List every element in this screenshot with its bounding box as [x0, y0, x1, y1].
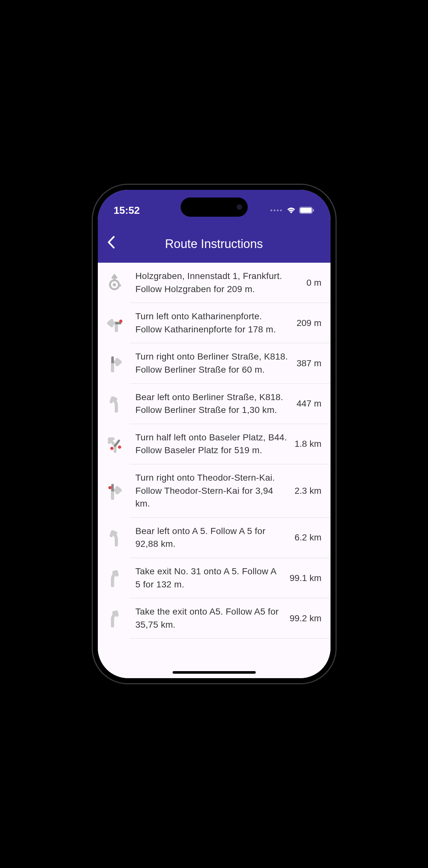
instruction-distance: 2.3 km	[295, 486, 321, 496]
instruction-row[interactable]: Holzgraben, Innenstadt 1, Frankfurt. Fol…	[130, 263, 331, 303]
instruction-row[interactable]: Bear left onto A 5. Follow A 5 for 92,88…	[130, 518, 331, 558]
instruction-row[interactable]: Take exit No. 31 onto A 5. Follow A 5 fo…	[130, 558, 331, 598]
page-title: Route Instructions	[104, 237, 324, 251]
back-button[interactable]	[107, 236, 115, 252]
nav-bar: Route Instructions	[98, 225, 331, 263]
dynamic-island	[181, 197, 248, 217]
instruction-text: Holzgraben, Innenstadt 1, Frankfurt. Fol…	[135, 270, 307, 296]
battery-icon	[299, 207, 314, 214]
cellular-dots-icon: ••••	[270, 207, 283, 214]
instruction-distance: 99.2 km	[289, 613, 322, 623]
turn-left-icon	[104, 313, 125, 333]
instruction-distance: 387 m	[297, 358, 322, 369]
instruction-row[interactable]: Turn right onto Berliner Straße, K818. F…	[130, 343, 331, 383]
instruction-text: Turn left onto Katharinenpforte. Follow …	[135, 310, 297, 336]
instruction-text: Turn right onto Berliner Straße, K818. F…	[135, 350, 297, 376]
instruction-row[interactable]: Turn right onto Theodor-Stern-Kai. Follo…	[130, 464, 331, 518]
turn-right-restricted-icon	[104, 480, 125, 501]
instruction-text: Bear left onto A 5. Follow A 5 for 92,88…	[135, 525, 295, 551]
instruction-text: Take the exit onto A5. Follow A5 for 35,…	[135, 605, 289, 631]
instruction-distance: 0 m	[307, 278, 322, 288]
phone-screen: 15:52 ••••	[98, 190, 331, 678]
bear-left-icon	[104, 394, 125, 414]
instruction-distance: 6.2 km	[295, 532, 321, 542]
front-camera	[237, 205, 242, 210]
svg-rect-1	[300, 208, 312, 213]
instructions-list[interactable]: Holzgraben, Innenstadt 1, Frankfurt. Fol…	[98, 263, 331, 678]
instruction-text: Bear left onto Berliner Straße, K818. Fo…	[135, 391, 297, 417]
status-time: 15:52	[114, 205, 140, 216]
svg-rect-2	[313, 209, 314, 212]
instruction-row[interactable]: Take the exit onto A5. Follow A5 for 35,…	[130, 598, 331, 639]
turn-right-icon	[104, 353, 125, 374]
status-icons: ••••	[270, 207, 314, 214]
roundabout-icon	[104, 273, 125, 293]
instruction-distance: 209 m	[297, 318, 322, 328]
exit-right-icon	[104, 568, 125, 588]
exit-right-icon	[104, 608, 125, 629]
instruction-distance: 447 m	[297, 399, 322, 409]
instruction-text: Turn half left onto Baseler Platz, B44. …	[135, 431, 295, 457]
instruction-text: Turn right onto Theodor-Stern-Kai. Follo…	[135, 471, 295, 510]
instruction-row[interactable]: Turn left onto Katharinenpforte. Follow …	[130, 303, 331, 343]
wifi-icon	[286, 207, 296, 214]
instruction-distance: 99.1 km	[289, 573, 322, 583]
instruction-row[interactable]: Turn half left onto Baseler Platz, B44. …	[130, 424, 331, 464]
instruction-distance: 1.8 km	[295, 439, 321, 449]
home-indicator[interactable]	[173, 671, 256, 674]
instruction-row[interactable]: Bear left onto Berliner Straße, K818. Fo…	[130, 384, 331, 424]
phone-frame: 15:52 ••••	[93, 185, 336, 683]
instruction-text: Take exit No. 31 onto A 5. Follow A 5 fo…	[135, 565, 289, 591]
half-left-icon	[104, 434, 125, 454]
bear-left-icon	[104, 527, 125, 548]
